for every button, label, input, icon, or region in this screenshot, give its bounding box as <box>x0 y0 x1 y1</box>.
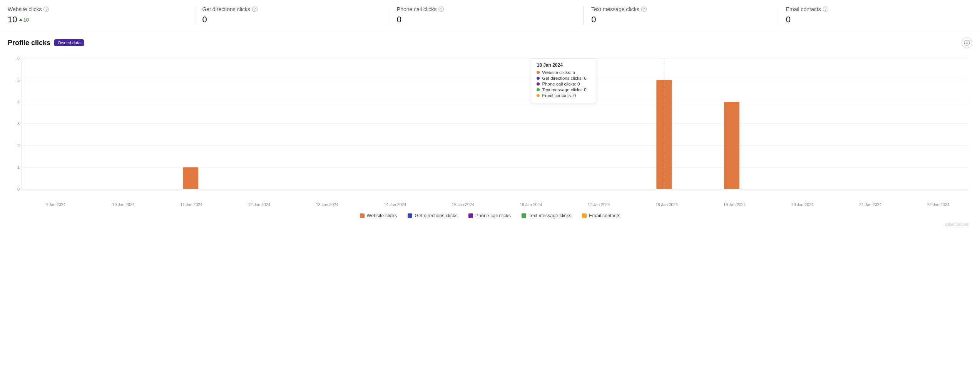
svg-text:6: 6 <box>17 56 20 60</box>
metric-info-text-message-clicks[interactable]: ? <box>641 7 647 12</box>
chart-title: Profile clicks <box>8 39 50 47</box>
metric-info-website-clicks[interactable]: ? <box>43 7 49 12</box>
svg-rect-15 <box>183 167 198 189</box>
metric-text-message-clicks: Text message clicks?0 <box>584 6 778 25</box>
legend-item: Text message clicks <box>522 213 571 218</box>
legend-dot <box>360 213 365 218</box>
x-tick-label: 11 Jan 2024 <box>157 202 225 207</box>
legend-item: Email contacts <box>582 213 620 218</box>
legend-item: Get directions clicks <box>408 213 457 218</box>
svg-text:1: 1 <box>17 165 20 170</box>
metric-label-email-contacts: Email contacts <box>786 6 821 12</box>
legend-label: Email contacts <box>589 213 620 218</box>
legend-dot <box>468 213 473 218</box>
chart-header: Profile clicks Owned data <box>8 37 972 48</box>
svg-text:0: 0 <box>17 187 20 191</box>
metric-value-phone-call-clicks: 0 <box>397 15 401 25</box>
x-axis: 9 Jan 202410 Jan 202411 Jan 202412 Jan 2… <box>22 202 972 207</box>
x-tick-label: 9 Jan 2024 <box>22 202 89 207</box>
svg-rect-17 <box>724 102 739 189</box>
x-tick-label: 21 Jan 2024 <box>836 202 904 207</box>
watermark: sotrender.com <box>8 222 972 228</box>
chart-area: 6543210 18 Jan 2024Website clicks: 5Get … <box>22 54 972 201</box>
metric-label-get-directions-clicks: Get directions clicks <box>202 6 250 12</box>
legend-dot <box>582 213 587 218</box>
x-tick-label: 13 Jan 2024 <box>293 202 361 207</box>
x-tick-label: 22 Jan 2024 <box>904 202 972 207</box>
metric-get-directions-clicks: Get directions clicks?0 <box>194 6 389 25</box>
legend-dot <box>408 213 412 218</box>
metric-info-phone-call-clicks[interactable]: ? <box>438 7 444 12</box>
metric-label-website-clicks: Website clicks <box>8 6 42 12</box>
x-tick-label: 10 Jan 2024 <box>89 202 157 207</box>
metric-value-get-directions-clicks: 0 <box>202 15 207 25</box>
metric-label-text-message-clicks: Text message clicks <box>591 6 639 12</box>
x-tick-label: 18 Jan 2024 <box>633 202 701 207</box>
trend-up-icon <box>19 18 22 21</box>
metric-value-website-clicks: 10 <box>8 15 17 25</box>
change-value: 10 <box>23 17 28 23</box>
svg-text:2: 2 <box>17 143 20 148</box>
svg-text:5: 5 <box>17 78 20 82</box>
metric-change-website-clicks: 10 <box>19 17 28 23</box>
metric-value-email-contacts: 0 <box>786 15 791 25</box>
x-tick-label: 20 Jan 2024 <box>769 202 836 207</box>
chart-title-area: Profile clicks Owned data <box>8 39 84 47</box>
legend-label: Get directions clicks <box>415 213 457 218</box>
x-tick-label: 14 Jan 2024 <box>361 202 429 207</box>
x-tick-label: 16 Jan 2024 <box>497 202 565 207</box>
legend-dot <box>522 213 526 218</box>
legend-item: Website clicks <box>360 213 397 218</box>
x-tick-label: 17 Jan 2024 <box>565 202 632 207</box>
x-tick-label: 19 Jan 2024 <box>701 202 768 207</box>
metric-value-text-message-clicks: 0 <box>591 15 596 25</box>
metric-website-clicks: Website clicks?1010 <box>8 6 194 25</box>
chart-section: Profile clicks Owned data 6543210 18 Jan… <box>0 31 980 228</box>
metric-info-email-contacts[interactable]: ? <box>823 7 828 12</box>
legend-item: Phone call clicks <box>468 213 511 218</box>
x-tick-label: 15 Jan 2024 <box>429 202 497 207</box>
metric-info-get-directions-clicks[interactable]: ? <box>252 7 258 12</box>
metrics-row: Website clicks?1010Get directions clicks… <box>0 0 980 31</box>
owned-badge: Owned data <box>54 39 84 46</box>
metric-label-phone-call-clicks: Phone call clicks <box>397 6 437 12</box>
legend-label: Phone call clicks <box>475 213 511 218</box>
download-button[interactable] <box>962 37 972 48</box>
svg-text:4: 4 <box>17 99 20 104</box>
metric-phone-call-clicks: Phone call clicks?0 <box>389 6 584 25</box>
legend-label: Text message clicks <box>528 213 571 218</box>
x-tick-label: 12 Jan 2024 <box>225 202 293 207</box>
metric-email-contacts: Email contacts?0 <box>778 6 972 25</box>
svg-text:3: 3 <box>17 121 20 126</box>
chart-legend: Website clicksGet directions clicksPhone… <box>8 207 972 222</box>
legend-label: Website clicks <box>367 213 397 218</box>
